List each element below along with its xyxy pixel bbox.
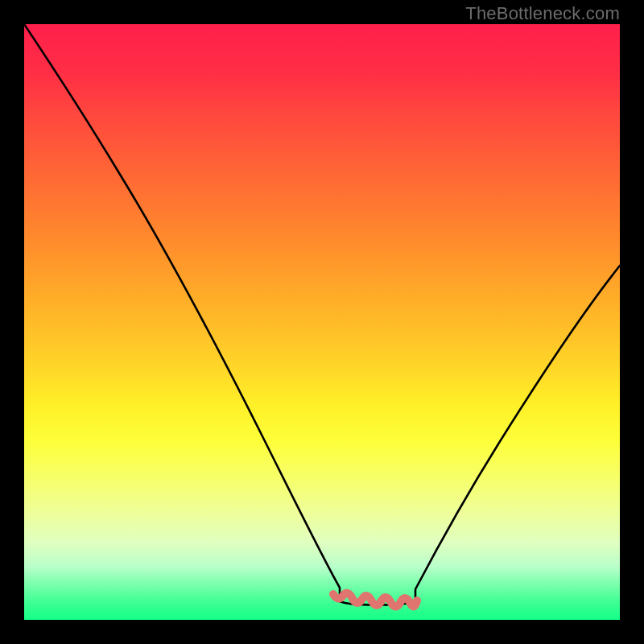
plot-svg: [24, 24, 620, 620]
chart-frame: TheBottleneck.com: [0, 0, 644, 644]
plot-area: [24, 24, 620, 620]
bottleneck-curve: [24, 24, 620, 605]
watermark-text: TheBottleneck.com: [465, 3, 620, 24]
